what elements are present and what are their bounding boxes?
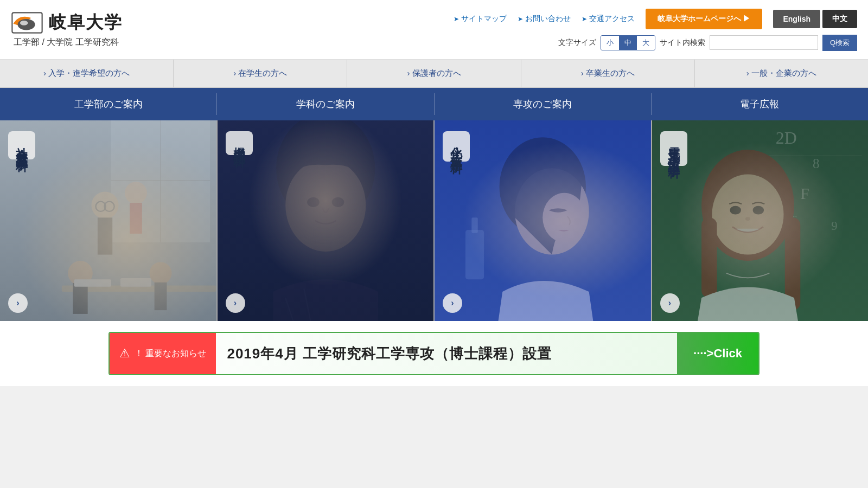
svg-rect-46 bbox=[701, 217, 717, 298]
svg-rect-14 bbox=[130, 203, 142, 234]
nav-link-access[interactable]: ➤ 交通アクセス bbox=[582, 14, 635, 24]
arrow-icon: ➤ bbox=[454, 15, 459, 23]
header-right: ➤ サイトマップ ➤ お問い合わせ ➤ 交通アクセス 岐阜大学ホームページへ ▶… bbox=[454, 9, 857, 51]
hero-panel-civil[interactable]: 社会基盤工学科 › bbox=[0, 120, 216, 321]
alert-icon: ⚠ bbox=[119, 346, 130, 361]
logo-title: 岐阜大学 bbox=[49, 11, 123, 35]
svg-point-1 bbox=[20, 21, 28, 25]
lang-button-chinese[interactable]: 中文 bbox=[822, 10, 857, 28]
hero-section: 社会基盤工学科 › bbox=[0, 120, 868, 321]
hero-panel-mechanical[interactable]: 機械工学科 › bbox=[218, 120, 434, 321]
hero-arrow-electrical[interactable]: › bbox=[660, 293, 680, 313]
svg-point-24 bbox=[285, 159, 366, 252]
svg-point-10 bbox=[95, 202, 105, 211]
svg-point-8 bbox=[92, 191, 119, 219]
arrow-icon: ➤ bbox=[582, 15, 587, 23]
hero-panel-electrical[interactable]: 2D 8 F 9 6 bbox=[652, 120, 869, 321]
blue-nav-specializations[interactable]: 専攻のご案内 bbox=[435, 88, 651, 120]
svg-text:2D: 2D bbox=[775, 129, 796, 147]
svg-text:6: 6 bbox=[791, 213, 797, 227]
blue-nav-faculty[interactable]: 工学部のご案内 bbox=[0, 88, 216, 120]
hero-label-mechanical: 機械工学科 bbox=[226, 131, 253, 155]
lang-buttons: English 中文 bbox=[773, 10, 857, 28]
font-size-small[interactable]: 小 bbox=[601, 36, 619, 50]
hero-arrow-mechanical[interactable]: › bbox=[226, 293, 245, 313]
banner-text: 2019年4月 工学研究科工学専攻（博士課程）設置 bbox=[216, 344, 677, 363]
search-area: 文字サイズ 小 中 大 サイト内検索 Q検索 bbox=[558, 35, 857, 51]
header: 岐阜大学 工学部 / 大学院 工学研究科 ➤ サイトマップ ➤ お問い合わせ ➤… bbox=[0, 0, 868, 60]
logo-area: 岐阜大学 工学部 / 大学院 工学研究科 bbox=[11, 11, 123, 48]
search-input[interactable] bbox=[710, 35, 818, 50]
svg-point-31 bbox=[500, 137, 586, 236]
font-size-controls: 小 中 大 bbox=[601, 35, 655, 50]
search-button[interactable]: Q検索 bbox=[822, 35, 857, 51]
svg-text:8: 8 bbox=[813, 156, 820, 171]
svg-point-26 bbox=[331, 197, 344, 207]
svg-rect-18 bbox=[155, 282, 167, 310]
svg-rect-35 bbox=[471, 217, 477, 233]
hero-arrow-civil[interactable]: › bbox=[8, 293, 28, 313]
logo-icon bbox=[11, 12, 43, 34]
svg-text:F: F bbox=[800, 185, 809, 202]
svg-rect-16 bbox=[73, 283, 87, 314]
svg-rect-20 bbox=[120, 278, 151, 287]
svg-point-17 bbox=[150, 262, 172, 284]
svg-rect-19 bbox=[74, 279, 111, 287]
nav-link-contact[interactable]: ➤ お問い合わせ bbox=[518, 14, 571, 24]
svg-point-32 bbox=[515, 168, 589, 254]
banner-alert: ⚠ ！ 重要なお知らせ bbox=[110, 333, 216, 374]
hero-label-chemistry: 化学・生命工学科 bbox=[443, 131, 470, 162]
hero-arrow-chemistry[interactable]: › bbox=[443, 293, 462, 313]
nav-top-row: ➤ サイトマップ ➤ お問い合わせ ➤ 交通アクセス 岐阜大学ホームページへ ▶… bbox=[454, 9, 857, 29]
blue-nav: 工学部のご案内 学科のご案内 専攻のご案内 電子広報 bbox=[0, 88, 868, 120]
svg-point-13 bbox=[125, 182, 147, 204]
font-size-label: 文字サイズ bbox=[558, 38, 596, 48]
nav-link-sitemap[interactable]: ➤ サイトマップ bbox=[454, 14, 507, 24]
svg-point-33 bbox=[542, 193, 586, 242]
logo-top: 岐阜大学 bbox=[11, 11, 123, 35]
top-nav-current-students[interactable]: › 在学生の方へ bbox=[174, 60, 347, 87]
svg-line-27 bbox=[285, 298, 298, 321]
svg-line-28 bbox=[304, 288, 313, 321]
svg-point-49 bbox=[752, 206, 763, 215]
svg-point-23 bbox=[276, 120, 375, 224]
top-nav-alumni[interactable]: › 卒業生の方へ bbox=[521, 60, 695, 87]
font-size-medium[interactable]: 中 bbox=[619, 36, 637, 50]
top-nav-parents[interactable]: › 保護者の方へ bbox=[347, 60, 521, 87]
svg-rect-4 bbox=[111, 120, 210, 242]
banner-click-button[interactable]: ····>Click bbox=[677, 333, 758, 374]
svg-point-45 bbox=[712, 175, 783, 255]
svg-point-15 bbox=[68, 261, 93, 286]
blue-nav-departments[interactable]: 学科のご案内 bbox=[217, 88, 433, 120]
svg-point-48 bbox=[730, 206, 741, 215]
svg-point-11 bbox=[104, 202, 114, 211]
font-size-large[interactable]: 大 bbox=[637, 36, 655, 50]
top-nav-admission[interactable]: › 入学・進学希望の方へ bbox=[0, 60, 174, 87]
svg-point-50 bbox=[745, 217, 750, 221]
homepage-button[interactable]: 岐阜大学ホームページへ ▶ bbox=[646, 9, 763, 29]
hero-panel-chemistry[interactable]: 化学・生命工学科 › bbox=[435, 120, 651, 321]
lang-button-english[interactable]: English bbox=[773, 10, 820, 28]
svg-rect-34 bbox=[465, 230, 484, 279]
banner-inner: ⚠ ！ 重要なお知らせ 2019年4月 工学研究科工学専攻（博士課程）設置 ··… bbox=[108, 332, 760, 375]
site-search-label: サイト内検索 bbox=[660, 38, 705, 48]
nav-links: ➤ サイトマップ ➤ お問い合わせ ➤ 交通アクセス 岐阜大学ホームページへ ▶ bbox=[454, 9, 763, 29]
svg-rect-9 bbox=[98, 217, 112, 254]
top-nav: › 入学・進学希望の方へ › 在学生の方へ › 保護者の方へ › 卒業生の方へ … bbox=[0, 60, 868, 88]
blue-nav-media[interactable]: 電子広報 bbox=[652, 88, 868, 120]
logo-subtitle: 工学部 / 大学院 工学研究科 bbox=[14, 37, 119, 48]
hero-label-electrical: 電気電子・情報工学科 bbox=[660, 131, 687, 166]
top-nav-public[interactable]: › 一般・企業の方へ bbox=[695, 60, 868, 87]
svg-text:9: 9 bbox=[831, 219, 837, 233]
arrow-icon: ➤ bbox=[518, 15, 523, 23]
hero-label-civil: 社会基盤工学科 bbox=[8, 131, 35, 159]
svg-rect-47 bbox=[784, 217, 800, 310]
svg-rect-7 bbox=[62, 286, 216, 292]
banner-section: ⚠ ！ 重要なお知らせ 2019年4月 工学研究科工学専攻（博士課程）設置 ··… bbox=[0, 321, 868, 386]
svg-point-44 bbox=[701, 150, 794, 261]
svg-point-25 bbox=[307, 197, 320, 207]
